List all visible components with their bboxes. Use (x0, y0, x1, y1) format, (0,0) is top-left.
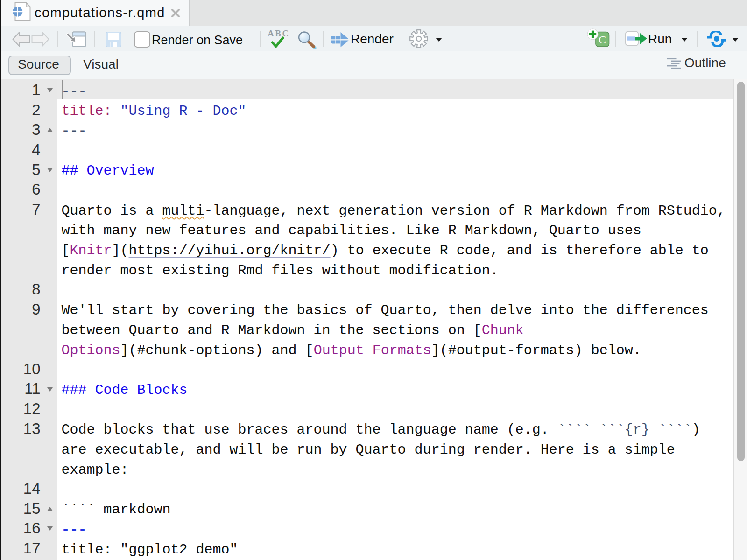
svg-text:C: C (599, 34, 606, 46)
